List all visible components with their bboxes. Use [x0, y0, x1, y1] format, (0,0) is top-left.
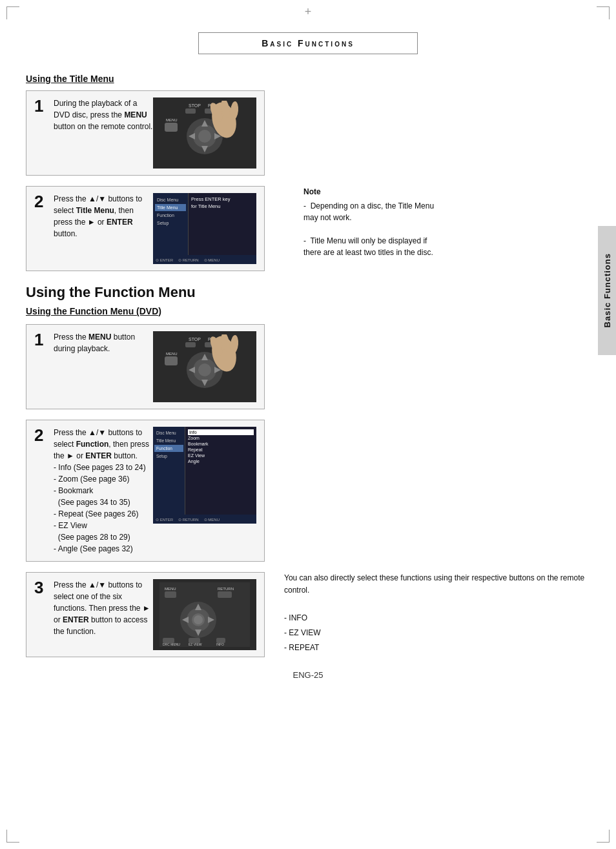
- func-setup: Setup: [154, 453, 183, 460]
- top-cross-mark: [305, 5, 312, 19]
- func-title-menu: Title Menu: [154, 437, 183, 444]
- func-function: Function: [154, 445, 183, 452]
- func-info: Info: [188, 429, 254, 435]
- func-repeat: Repeat: [188, 447, 254, 453]
- menu-item-setup: Setup: [155, 220, 186, 227]
- bottom-return: ⊙ RETURN: [178, 258, 199, 262]
- func-step3-number: 3: [34, 579, 47, 596]
- func-note-ez-view: - EZ VIEW: [284, 627, 590, 639]
- menu-item-disc: Disc Menu: [155, 196, 186, 203]
- func-step2-text: Press the ▲/▼ buttons to select Function…: [54, 427, 153, 555]
- step1-number: 1: [34, 97, 47, 114]
- step2-text: Press the ▲/▼ buttons to select Title Me…: [54, 193, 153, 240]
- function-menu-subtitle: Using the Function Menu (DVD): [26, 306, 590, 316]
- menu-item-title: Title Menu: [155, 204, 186, 211]
- function-menu-big-title: Using the Function Menu: [26, 284, 590, 301]
- svg-text:MENU: MENU: [165, 587, 176, 591]
- step1-remote-image: STOP PLAY MENU: [153, 97, 256, 169]
- step1-text: During the playback of a DVD disc, press…: [54, 97, 153, 132]
- title-menu-heading: Using the Title Menu: [26, 74, 590, 84]
- title-menu-step1-row: 1 During the playback of a DVD disc, pre…: [26, 90, 590, 176]
- svg-text:STOP: STOP: [189, 103, 201, 108]
- menu-content-text: Press ENTER key: [191, 196, 254, 202]
- func-step2-box: 2 Press the ▲/▼ buttons to select Functi…: [26, 420, 265, 562]
- func-step3-remote: MENU RETURN: [153, 579, 256, 650]
- func-right-note: You can also directly select these funct…: [265, 572, 590, 657]
- function-menu-section: Using the Function Menu Using the Functi…: [26, 284, 590, 657]
- menu-content-text2: for Title Menu: [191, 203, 254, 209]
- step2-number: 2: [34, 193, 47, 210]
- svg-text:MENU: MENU: [166, 352, 178, 356]
- bottom-enter: ⊙ ENTER: [156, 258, 173, 262]
- title-menu-step2-box: 2 Press the ▲/▼ buttons to select Title …: [26, 186, 265, 271]
- menu-item-function: Function: [155, 212, 186, 219]
- func-angle: Angle: [188, 458, 254, 464]
- func-step3-box: 3 Press the ▲/▼ buttons to select one of…: [26, 572, 265, 657]
- func-step3-row: 3 Press the ▲/▼ buttons to select one of…: [26, 572, 590, 657]
- title-menu-note: Note - Depending on a disc, the Title Me…: [265, 186, 590, 258]
- corner-mark-br: [597, 830, 610, 843]
- func-step2-number: 2: [34, 427, 47, 444]
- func-disc-menu: Disc Menu: [154, 429, 183, 436]
- page-wrapper: Basic Functions Basic Functions Using th…: [0, 0, 616, 849]
- svg-rect-5: [165, 123, 178, 132]
- page-header: Basic Functions: [198, 32, 418, 54]
- step2-menu-screen: Disc Menu Title Menu Function Setup Pres…: [153, 193, 256, 264]
- func-step1-remote: STOP PLAY MENU: [153, 331, 256, 402]
- svg-text:STOP: STOP: [189, 337, 201, 342]
- svg-rect-19: [185, 342, 196, 347]
- func-note-info: - INFO: [284, 612, 590, 624]
- svg-rect-37: [165, 591, 176, 598]
- title-menu-step1-box: 1 During the playback of a DVD disc, pre…: [26, 90, 265, 176]
- func-step2-screen: Disc Menu Title Menu Function Setup Info…: [153, 427, 256, 524]
- page-number: ENG-25: [26, 670, 590, 680]
- svg-rect-52: [216, 638, 225, 643]
- func-step2-row: 2 Press the ▲/▼ buttons to select Functi…: [26, 420, 590, 562]
- func-bottom-menu: ⊙ MENU: [204, 517, 220, 522]
- func-step1-text: Press the MENU button during playback.: [54, 331, 153, 354]
- svg-rect-22: [165, 356, 178, 365]
- svg-rect-50: [163, 638, 174, 643]
- func-step1-number: 1: [34, 331, 47, 348]
- svg-rect-51: [189, 638, 200, 643]
- svg-rect-38: [218, 591, 232, 598]
- title-menu-step2-row: 2 Press the ▲/▼ buttons to select Title …: [26, 186, 590, 271]
- svg-text:RETURN: RETURN: [218, 587, 234, 591]
- func-zoom: Zoom: [188, 435, 254, 441]
- svg-point-46: [194, 615, 203, 624]
- note-item-2: - Title Menu will only be displayed if t…: [303, 235, 446, 258]
- func-step1-row: 1 Press the MENU button during playback.…: [26, 324, 590, 409]
- svg-point-12: [198, 130, 211, 143]
- func-step3-text: Press the ▲/▼ buttons to select one of t…: [54, 579, 153, 637]
- corner-mark-bl: [6, 830, 19, 843]
- func-bookmark: Bookmark: [188, 441, 254, 447]
- bottom-menu: ⊙ MENU: [204, 258, 220, 262]
- note-item-1: - Depending on a disc, the Title Menu ma…: [303, 200, 446, 223]
- corner-mark-tl: [6, 6, 19, 19]
- func-note-repeat: - REPEAT: [284, 642, 590, 654]
- func-ez-view: EZ View: [188, 453, 254, 458]
- note-title: Note: [303, 186, 446, 198]
- func-note-text: You can also directly select these funct…: [284, 572, 590, 597]
- svg-rect-2: [185, 108, 196, 114]
- func-step1-box: 1 Press the MENU button during playback.…: [26, 324, 265, 409]
- sidebar-tab: Basic Functions: [598, 226, 616, 355]
- sidebar-tab-label: Basic Functions: [602, 253, 612, 327]
- corner-mark-tr: [597, 6, 610, 19]
- title-menu-section: Using the Title Menu 1 During the playba…: [26, 74, 590, 271]
- func-bottom-return: ⊙ RETURN: [178, 517, 199, 522]
- func-bottom-enter: ⊙ ENTER: [156, 517, 173, 522]
- svg-text:MENU: MENU: [166, 118, 178, 122]
- svg-point-29: [198, 363, 211, 376]
